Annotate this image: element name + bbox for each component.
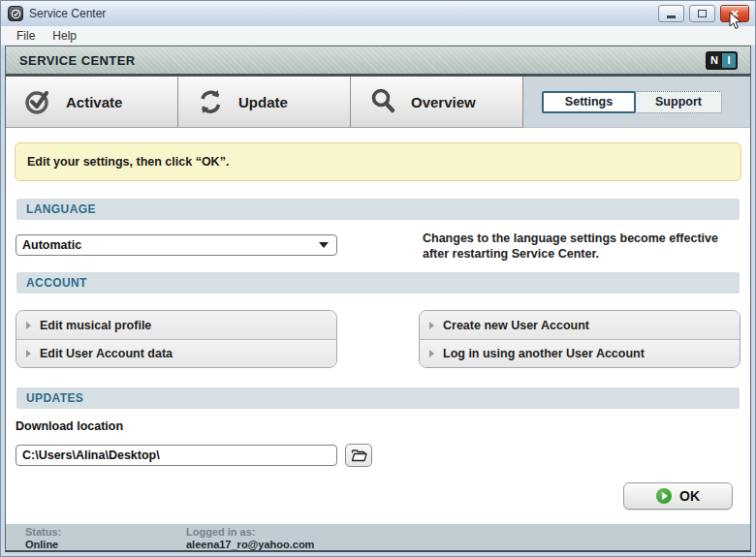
tab-zone: Settings Support [523,77,750,128]
service-center-app-icon [8,6,23,21]
chevron-right-icon [26,350,31,357]
status-bar: Status: Online Logged in as: aleena17_ro… [6,522,750,550]
ok-button[interactable]: OK [623,482,733,510]
folder-icon [351,449,367,462]
chevron-right-icon [429,350,434,357]
settings-panel: Edit your settings, then click “OK”. LAN… [6,128,750,522]
download-location-input[interactable] [16,445,337,466]
account-row: Edit musical profile Edit User Account d… [16,310,741,368]
window-title: Service Center [29,7,106,20]
language-note: Changes to the language settings become … [423,231,718,265]
edit-user-account-data-button[interactable]: Edit User Account data [16,339,336,367]
minimize-button[interactable] [658,5,684,22]
logged-in-value: aleena17_ro@yahoo.com [186,539,314,551]
green-arrow-icon [656,488,672,504]
window-frame: SERVICE CENTER N I Activate [1,46,755,556]
app-header: SERVICE CENTER N I [6,46,750,77]
tab-settings[interactable]: Settings [542,91,636,113]
download-location-row [16,444,741,467]
notice-banner: Edit your settings, then click “OK”. [15,142,741,181]
status-label: Status: [25,526,186,539]
maximize-icon [698,10,707,17]
minimize-icon [667,15,676,18]
ok-row: OK [15,482,741,510]
language-dropdown[interactable]: Automatic [16,234,337,256]
section-header-account: ACCOUNT [16,272,740,294]
check-circle-icon [23,87,52,116]
menu-bar: File Help [1,26,755,46]
maximize-button[interactable] [689,5,715,22]
section-header-language: LANGUAGE [16,199,740,220]
menu-help[interactable]: Help [45,27,84,45]
magnifier-icon [368,87,397,116]
mouse-cursor [728,12,743,31]
title-bar: Service Center ✕ [1,1,755,26]
activate-label: Activate [66,94,122,110]
menu-file[interactable]: File [9,27,43,45]
account-left-group: Edit musical profile Edit User Account d… [16,310,337,368]
tab-support[interactable]: Support [636,91,722,113]
chevron-right-icon [26,322,31,329]
notice-text: Edit your settings, then click “OK”. [27,155,229,169]
create-new-user-account-button[interactable]: Create new User Account [420,311,740,339]
status-value: Online [25,539,186,551]
download-location-label: Download location [16,419,741,433]
service-center-window: Service Center ✕ File Help SERVICE CENTE… [0,0,756,557]
nav-row: Activate Update Overvi [6,77,750,128]
activate-button[interactable]: Activate [6,77,178,128]
refresh-icon [196,87,225,116]
chevron-right-icon [429,322,434,329]
language-dropdown-value: Automatic [22,238,81,252]
update-button[interactable]: Update [178,77,351,128]
chevron-down-icon [319,242,329,248]
logged-in-column: Logged in as: aleena17_ro@yahoo.com [186,526,314,550]
logged-in-label: Logged in as: [186,526,314,539]
status-column: Status: Online [25,526,186,550]
browse-folder-button[interactable] [345,444,372,467]
account-right-group: Create new User Account Log in using ano… [419,310,740,368]
update-label: Update [238,94,288,110]
app-content: SERVICE CENTER N I Activate [5,46,751,552]
log-in-another-account-button[interactable]: Log in using another User Account [420,339,740,367]
section-header-updates: UPDATES [16,387,740,409]
overview-button[interactable]: Overview [351,77,523,128]
language-row: Automatic Changes to the language settin… [15,234,741,265]
edit-musical-profile-button[interactable]: Edit musical profile [16,311,336,339]
overview-label: Overview [411,94,476,110]
native-instruments-logo: N I [706,51,738,70]
app-header-title: SERVICE CENTER [19,53,136,68]
